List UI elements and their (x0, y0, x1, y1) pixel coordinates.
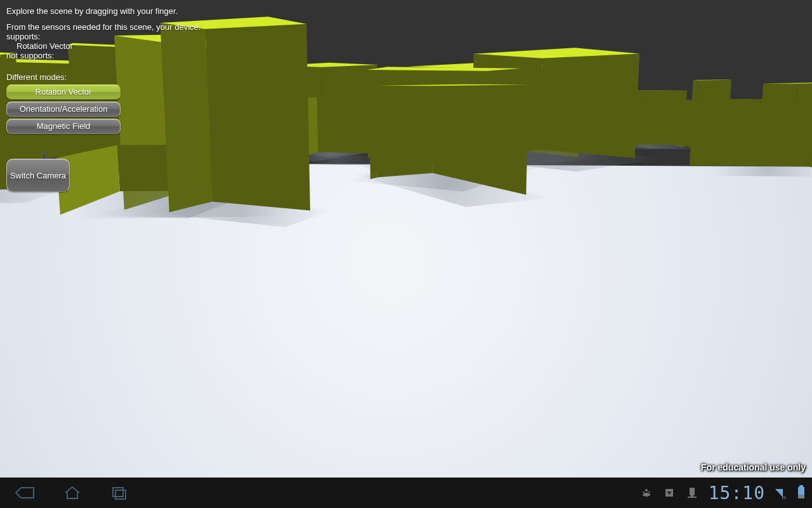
svg-rect-9 (691, 495, 693, 497)
svg-point-2 (645, 489, 648, 491)
svg-rect-0 (115, 490, 126, 499)
status-clock[interactable]: 15:10 (709, 483, 765, 504)
svg-rect-8 (690, 488, 695, 495)
wifi-icon: H (775, 486, 788, 499)
network-type-label: H (782, 495, 786, 500)
download-icon (663, 486, 676, 499)
apps-icon (686, 486, 698, 499)
svg-rect-10 (688, 497, 697, 498)
svg-rect-1 (113, 488, 123, 497)
switch-camera-button[interactable]: Switch Camera (6, 159, 70, 192)
recent-apps-button[interactable] (105, 483, 133, 503)
mode-selector: Different modes: Rotation Vector Orienta… (6, 86, 127, 136)
back-button[interactable] (11, 483, 39, 503)
modes-label: Different modes: (6, 72, 127, 82)
scene-viewport[interactable] (0, 0, 812, 478)
mode-magnetic-field-button[interactable]: Magnetic Field (6, 119, 121, 134)
mode-orientation-accel-button[interactable]: Orientation/Acceleration (6, 102, 121, 117)
home-button[interactable] (58, 483, 86, 503)
svg-rect-4 (643, 491, 645, 493)
system-navbar: 15:10 H (0, 478, 812, 508)
mode-rotation-vector-button[interactable]: Rotation Vector (6, 84, 121, 100)
usb-debug-icon (640, 486, 653, 499)
battery-icon (798, 487, 804, 498)
svg-rect-5 (648, 491, 650, 493)
svg-point-3 (643, 493, 650, 497)
